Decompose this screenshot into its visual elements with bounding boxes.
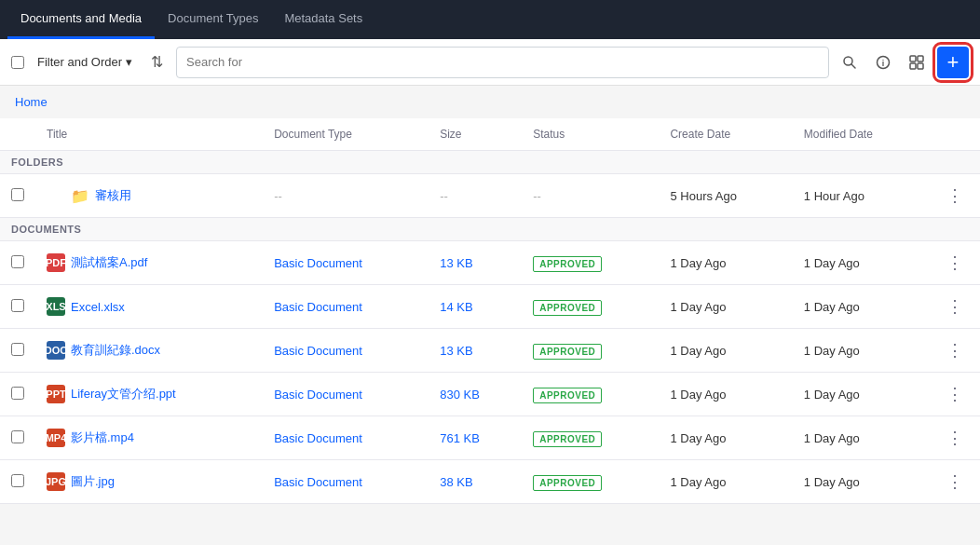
row-checkbox[interactable] <box>11 430 24 443</box>
row-more-button[interactable]: ⋮ <box>941 338 969 362</box>
create-date-cell: 1 Day Ago <box>659 460 792 504</box>
tab-metadata-sets[interactable]: Metadata Sets <box>271 0 375 39</box>
header-create-date: Create Date <box>659 118 792 151</box>
docx-icon: DOC <box>47 341 65 360</box>
status-cell: APPROVED <box>522 285 659 329</box>
row-checkbox[interactable] <box>11 343 24 356</box>
create-date-cell: 1 Day Ago <box>659 241 792 285</box>
breadcrumb[interactable]: Home <box>0 86 980 118</box>
document-type-cell: Basic Document <box>263 460 429 504</box>
sort-button[interactable]: ⇅ <box>145 49 169 75</box>
status-cell: APPROVED <box>522 373 659 416</box>
row-checkbox-cell <box>0 329 35 373</box>
filter-order-label: Filter and Order <box>37 55 122 69</box>
title-cell: XLS Excel.xlsx <box>35 285 263 329</box>
status-cell: APPROVED <box>522 460 659 504</box>
header-title: Title <box>35 118 263 151</box>
file-title-link[interactable]: Excel.xlsx <box>71 300 125 314</box>
status-badge: APPROVED <box>533 475 602 491</box>
actions-cell: ⋮ <box>930 416 980 460</box>
tab-documents-and-media[interactable]: Documents and Media <box>7 0 155 39</box>
status-badge: APPROVED <box>533 344 602 360</box>
row-checkbox[interactable] <box>11 299 24 312</box>
ppt-icon: PPT <box>47 385 65 403</box>
document-type-cell: Basic Document <box>263 241 429 285</box>
row-checkbox[interactable] <box>11 188 24 201</box>
row-more-button[interactable]: ⋮ <box>941 251 969 275</box>
chevron-down-icon: ▾ <box>126 55 132 69</box>
header-checkbox-col <box>0 118 35 151</box>
table-row: DOC 教育訓紀錄.docx Basic Document 13 KB APPR… <box>0 329 980 373</box>
table-row: 📁 審核用 -- -- -- 5 Hours Ago 1 Hour Ago ⋮ <box>0 174 980 218</box>
toolbar: Filter and Order ▾ ⇅ i + <box>0 39 980 86</box>
file-title-link[interactable]: 教育訓紀錄.docx <box>71 342 160 359</box>
size-cell: 38 KB <box>429 460 522 504</box>
row-checkbox[interactable] <box>11 387 24 400</box>
row-more-button[interactable]: ⋮ <box>941 470 969 494</box>
row-checkbox-cell <box>0 241 35 285</box>
size-cell: 830 KB <box>429 373 522 416</box>
document-type-cell: Basic Document <box>263 416 429 460</box>
pdf-icon: PDF <box>47 253 65 272</box>
title-cell: MP4 影片檔.mp4 <box>35 416 263 460</box>
actions-cell: ⋮ <box>930 373 980 416</box>
title-cell: PPT Liferay文管介绍.ppt <box>35 373 263 416</box>
file-title-link[interactable]: 審核用 <box>95 187 131 204</box>
file-title-link[interactable]: 測試檔案A.pdf <box>71 254 147 271</box>
modified-date-cell: 1 Hour Ago <box>793 174 930 218</box>
row-more-button[interactable]: ⋮ <box>941 294 969 319</box>
title-cell: DOC 教育訓紀錄.docx <box>35 329 263 373</box>
search-icon <box>842 55 857 70</box>
file-title-link[interactable]: Liferay文管介绍.ppt <box>71 386 176 402</box>
search-bar <box>176 47 829 78</box>
tab-document-types[interactable]: Document Types <box>155 0 271 39</box>
header-document-type: Document Type <box>263 118 429 151</box>
add-button[interactable]: + <box>937 47 969 78</box>
table-row: PDF 測試檔案A.pdf Basic Document 13 KB APPRO… <box>0 241 980 285</box>
row-more-button[interactable]: ⋮ <box>941 184 969 208</box>
search-input[interactable] <box>186 55 819 69</box>
modified-date-cell: 1 Day Ago <box>793 460 930 504</box>
grid-icon <box>909 55 924 70</box>
info-icon: i <box>876 55 891 70</box>
actions-cell: ⋮ <box>930 460 980 504</box>
actions-cell: ⋮ <box>930 285 980 329</box>
table-row: MP4 影片檔.mp4 Basic Document 761 KB APPROV… <box>0 416 980 460</box>
section-header: FOLDERS <box>0 151 980 174</box>
row-checkbox-cell <box>0 460 35 504</box>
header-modified-date: Modified Date <box>793 118 930 151</box>
folder-icon <box>47 186 65 205</box>
filter-order-button[interactable]: Filter and Order ▾ <box>32 51 138 73</box>
row-checkbox-cell <box>0 373 35 416</box>
modified-date-cell: 1 Day Ago <box>793 329 930 373</box>
size-cell: 13 KB <box>429 329 522 373</box>
header-actions <box>930 118 980 151</box>
section-label: DOCUMENTS <box>0 218 980 241</box>
row-more-button[interactable]: ⋮ <box>941 382 969 406</box>
modified-date-cell: 1 Day Ago <box>793 373 930 416</box>
grid-view-button[interactable] <box>904 51 930 74</box>
row-checkbox-cell <box>0 285 35 329</box>
row-checkbox-cell <box>0 174 35 218</box>
document-type-cell: -- <box>263 174 429 218</box>
svg-text:i: i <box>882 59 885 68</box>
modified-date-cell: 1 Day Ago <box>793 416 930 460</box>
select-all-checkbox[interactable] <box>11 56 24 69</box>
actions-cell: ⋮ <box>930 329 980 373</box>
row-checkbox[interactable] <box>11 255 24 268</box>
top-nav: Documents and Media Document Types Metad… <box>0 0 980 39</box>
jpg-icon: JPG <box>47 472 65 491</box>
file-title-link[interactable]: 圖片.jpg <box>71 473 115 490</box>
document-type-cell: Basic Document <box>263 373 429 416</box>
search-icon-button[interactable] <box>837 51 863 74</box>
row-more-button[interactable]: ⋮ <box>941 426 969 450</box>
row-checkbox[interactable] <box>11 474 24 487</box>
table-row: JPG 圖片.jpg Basic Document 38 KB APPROVED… <box>0 460 980 504</box>
file-title-link[interactable]: 影片檔.mp4 <box>71 429 134 446</box>
create-date-cell: 5 Hours Ago <box>659 174 792 218</box>
section-label: FOLDERS <box>0 151 980 174</box>
info-icon-button[interactable]: i <box>870 51 896 74</box>
svg-line-1 <box>851 64 855 68</box>
status-badge: APPROVED <box>533 431 602 447</box>
xlsx-icon: XLS <box>47 297 65 316</box>
